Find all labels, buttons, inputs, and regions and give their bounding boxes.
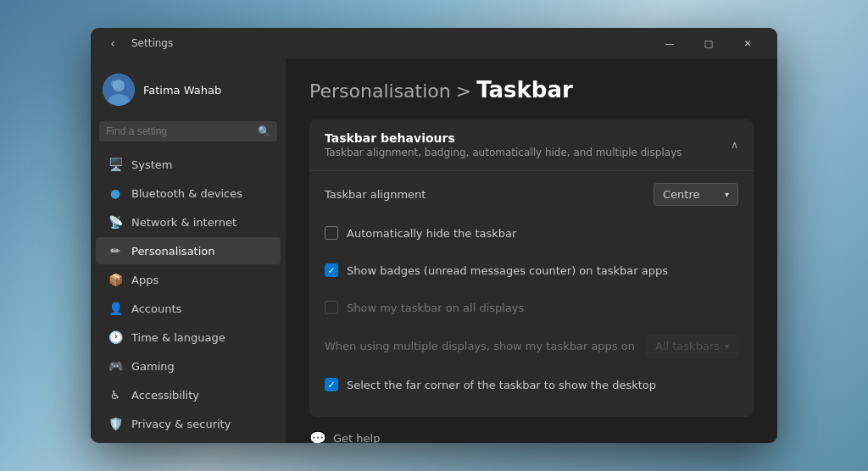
chevron-down-icon: ▾ [725,341,729,351]
sidebar-item-label: Gaming [131,360,175,373]
settings-window: ‹ Settings — □ ✕ [91,28,777,443]
titlebar: ‹ Settings — □ ✕ [91,28,777,58]
sidebar: Fatima Wahab 🔍 🖥️ System ● Bluetooth & d… [91,58,286,443]
search-input[interactable] [106,125,253,137]
taskbar-alignment-label: Taskbar alignment [325,188,426,201]
svg-point-4 [111,80,118,87]
gaming-icon: 🎮 [108,358,123,374]
maximize-button[interactable]: □ [689,28,728,58]
sidebar-item-accounts[interactable]: 👤 Accounts [96,295,281,322]
sidebar-item-label: Personalisation [131,245,215,258]
user-name: Fatima Wahab [143,84,221,97]
taskbar-behaviours-section: Taskbar behaviours Taskbar alignment, ba… [309,119,754,417]
search-icon: 🔍 [258,125,270,137]
window-title: Settings [131,37,650,49]
bluetooth-icon: ● [108,186,123,201]
taskbar-alignment-row: Taskbar alignment Centre ▾ [309,175,754,214]
far-corner-row: Select the far corner of the taskbar to … [309,366,754,403]
section-header[interactable]: Taskbar behaviours Taskbar alignment, ba… [309,119,754,170]
chevron-down-icon: ▾ [725,190,729,199]
sidebar-item-personalisation[interactable]: ✏️ Personalisation [96,237,281,264]
sidebar-item-apps[interactable]: 📦 Apps [96,266,281,293]
multiple-displays-dropdown[interactable]: All taskbars ▾ [646,335,738,357]
back-button[interactable]: ‹ [101,31,125,55]
breadcrumb-link[interactable]: Personalisation [309,80,451,102]
sidebar-item-privacy[interactable]: 🛡️ Privacy & security [96,410,281,437]
far-corner-label: Select the far corner of the taskbar to … [325,378,656,391]
section-body: Taskbar alignment Centre ▾ Automatically… [309,170,754,417]
time-icon: 🕐 [108,330,123,345]
badges-label: Show badges (unread messages counter) on… [325,263,668,277]
autohide-checkbox[interactable] [325,226,338,240]
avatar [103,74,135,106]
apps-icon: 📦 [108,272,123,287]
sidebar-item-label: Privacy & security [131,418,231,430]
accounts-icon: 👤 [108,301,123,316]
badges-row: Show badges (unread messages counter) on… [309,252,754,289]
close-button[interactable]: ✕ [728,28,767,58]
taskbar-alignment-dropdown[interactable]: Centre ▾ [654,183,738,206]
network-icon: 📡 [108,214,123,230]
badges-checkbox[interactable] [325,263,338,277]
main-content: Personalisation > Taskbar Taskbar behavi… [286,58,777,443]
help-icon: 💬 [309,430,326,443]
minimize-button[interactable]: — [650,28,689,58]
all-displays-row: Show my taskbar on all displays [309,289,754,326]
sidebar-item-time[interactable]: 🕐 Time & language [96,324,281,351]
sidebar-item-system[interactable]: 🖥️ System [96,151,281,178]
sidebar-item-label: Network & internet [131,216,236,229]
personalisation-icon: ✏️ [108,243,123,258]
chevron-up-icon: ∧ [731,139,738,151]
section-title: Taskbar behaviours [325,131,682,145]
all-displays-label: Show my taskbar on all displays [325,301,524,314]
privacy-icon: 🛡️ [108,416,123,431]
sidebar-item-accessibility[interactable]: ♿ Accessibility [96,381,281,408]
multiple-displays-label: When using multiple displays, show my ta… [325,340,635,352]
window-controls: — □ ✕ [650,28,767,58]
sidebar-item-gaming[interactable]: 🎮 Gaming [96,352,281,380]
search-box[interactable]: 🔍 [99,121,277,141]
sidebar-item-label: Apps [131,274,159,286]
footer-links: 💬 Get help 👤 Give feedback [309,430,754,443]
get-help-link[interactable]: 💬 Get help [309,430,754,443]
autohide-row: Automatically hide the taskbar [309,214,754,252]
sidebar-item-label: Accessibility [131,389,199,402]
all-displays-checkbox[interactable] [325,301,338,314]
sidebar-item-label: Time & language [131,331,225,344]
content: Fatima Wahab 🔍 🖥️ System ● Bluetooth & d… [91,58,777,443]
autohide-label: Automatically hide the taskbar [325,226,516,240]
multiple-displays-row: When using multiple displays, show my ta… [309,326,754,366]
page-header: Personalisation > Taskbar [309,77,754,103]
sidebar-item-label: System [131,158,172,171]
sidebar-item-network[interactable]: 📡 Network & internet [96,208,281,236]
sidebar-item-label: Bluetooth & devices [131,187,242,200]
section-header-text: Taskbar behaviours Taskbar alignment, ba… [325,131,682,158]
section-subtitle: Taskbar alignment, badging, automaticall… [325,147,682,158]
user-section: Fatima Wahab [91,67,286,118]
page-title: Taskbar [476,77,573,103]
accessibility-icon: ♿ [108,387,123,402]
sidebar-item-label: Accounts [131,302,181,315]
breadcrumb-separator: > [456,80,471,102]
get-help-label: Get help [333,432,380,443]
sidebar-item-bluetooth[interactable]: ● Bluetooth & devices [96,180,281,207]
far-corner-checkbox[interactable] [325,378,338,391]
system-icon: 🖥️ [108,157,123,172]
